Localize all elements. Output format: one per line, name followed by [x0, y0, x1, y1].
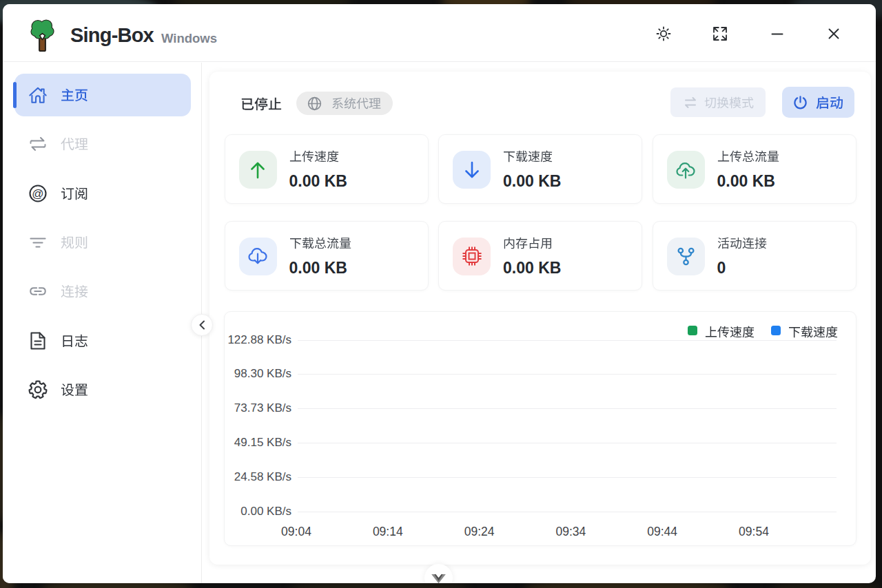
svg-text:@: @: [32, 187, 43, 200]
